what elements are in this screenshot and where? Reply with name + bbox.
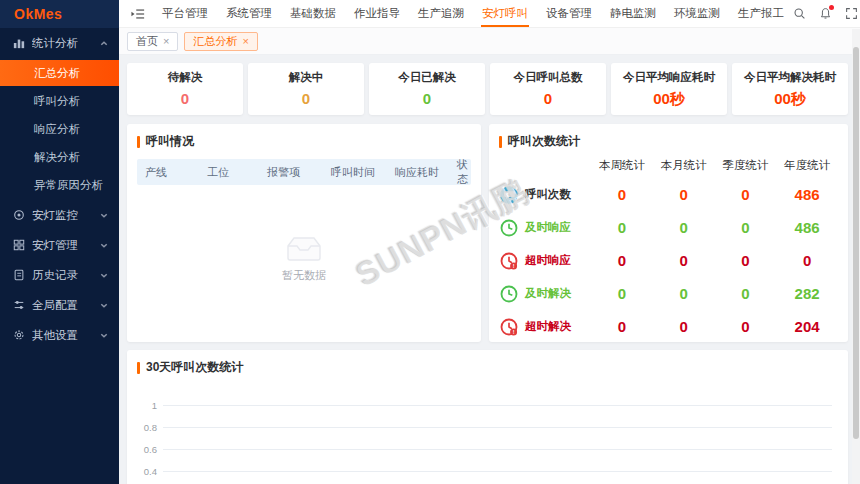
quarter-value: 0 bbox=[715, 186, 777, 203]
topnav-item-platform[interactable]: 平台管理 bbox=[153, 0, 217, 27]
chevron-down-icon bbox=[99, 211, 109, 220]
line-chart: 1 0.8 0.6 0.4 0.2 bbox=[137, 394, 838, 484]
gear-icon bbox=[12, 329, 26, 341]
call-count-icon bbox=[499, 185, 519, 205]
sidebar-group-label: 统计分析 bbox=[32, 36, 99, 51]
notification-dot bbox=[829, 5, 834, 10]
navbar-actions: 理员 bbox=[793, 4, 860, 24]
document-icon bbox=[12, 269, 26, 281]
stat-label: 今日平均响应耗时 bbox=[613, 70, 725, 85]
tab-close-icon[interactable]: × bbox=[163, 33, 169, 50]
stat-label: 解决中 bbox=[250, 70, 362, 85]
column-header: 状态 bbox=[449, 157, 471, 187]
panel-title: 呼叫次数统计 bbox=[499, 133, 838, 150]
tab-strip: 首页 × 汇总分析 × bbox=[119, 28, 860, 55]
topnav-item-work-guide[interactable]: 作业指导 bbox=[345, 0, 409, 27]
year-value: 486 bbox=[776, 186, 838, 203]
app-logo: OkMes bbox=[0, 0, 119, 28]
topnav-item-andon-call[interactable]: 安灯呼叫 bbox=[473, 0, 537, 27]
month-value: 0 bbox=[653, 186, 715, 203]
week-value: 0 bbox=[591, 285, 653, 302]
topnav-item-base-data[interactable]: 基础数据 bbox=[281, 0, 345, 27]
topnav-item-esd-monitor[interactable]: 静电监测 bbox=[601, 0, 665, 27]
column-header: 年度统计 bbox=[776, 158, 838, 173]
monitor-icon bbox=[12, 209, 26, 221]
row-label: 超时响应 bbox=[525, 253, 571, 268]
topnav-item-production-report[interactable]: 生产报工 bbox=[729, 0, 793, 27]
vertical-scrollbar[interactable] bbox=[852, 29, 860, 484]
sidebar-item-solve-analysis[interactable]: 解决分析 bbox=[0, 144, 119, 170]
column-header: 产线 bbox=[137, 165, 199, 180]
topnav-item-env-monitor[interactable]: 环境监测 bbox=[665, 0, 729, 27]
stat-value: 0 bbox=[129, 90, 241, 107]
sidebar-item-summary-analysis[interactable]: 汇总分析 bbox=[0, 60, 119, 86]
stat-card-total-calls-today: 今日呼叫总数 0 bbox=[490, 63, 606, 115]
year-value: 204 bbox=[776, 318, 838, 335]
sidebar-item-response-analysis[interactable]: 响应分析 bbox=[0, 116, 119, 142]
gridline bbox=[163, 427, 832, 428]
column-header: 响应耗时 bbox=[387, 165, 449, 180]
sidebar-group-label: 其他设置 bbox=[32, 328, 99, 343]
table-header-row: 产线 工位 报警项 呼叫时间 响应耗时 状态 bbox=[137, 159, 471, 185]
sidebar-group-global-config[interactable]: 全局配置 bbox=[0, 290, 119, 320]
page-content: 待解决 0 解决中 0 今日已解决 0 今日呼叫总数 0 今日平均响应耗时 00… bbox=[119, 55, 860, 484]
sidebar-group-label: 安灯管理 bbox=[32, 238, 99, 253]
month-value: 0 bbox=[653, 318, 715, 335]
sidebar-item-label: 异常原因分析 bbox=[34, 178, 103, 193]
tab-close-icon[interactable]: × bbox=[242, 33, 248, 50]
sidebar-group-other-settings[interactable]: 其他设置 bbox=[0, 320, 119, 350]
search-icon[interactable] bbox=[793, 7, 806, 20]
sidebar-group-andon-monitor[interactable]: 安灯监控 bbox=[0, 200, 119, 230]
stat-card-avg-solve-time: 今日平均解决耗时 00秒 bbox=[732, 63, 848, 115]
quarter-value: 0 bbox=[715, 219, 777, 236]
title-accent-bar bbox=[137, 136, 140, 148]
gridline bbox=[163, 405, 832, 406]
svg-text:!: ! bbox=[513, 329, 515, 335]
column-header: 报警项 bbox=[259, 165, 323, 180]
sidebar-group-history[interactable]: 历史记录 bbox=[0, 260, 119, 290]
notification-bell-icon[interactable] bbox=[819, 7, 832, 20]
tab-label: 汇总分析 bbox=[193, 33, 237, 50]
call-count-stats-panel: 呼叫次数统计 本周统计 本月统计 季度统计 年度统计 呼叫次数 0 0 0 bbox=[489, 124, 848, 342]
sidebar-item-label: 呼叫分析 bbox=[34, 94, 80, 109]
tab-summary-analysis[interactable]: 汇总分析 × bbox=[184, 32, 257, 51]
tab-home[interactable]: 首页 × bbox=[127, 32, 178, 51]
y-tick-label: 0.8 bbox=[137, 422, 163, 433]
sidebar-item-label: 响应分析 bbox=[34, 122, 80, 137]
menu-collapse-icon[interactable] bbox=[131, 7, 145, 21]
topnav-item-equipment[interactable]: 设备管理 bbox=[537, 0, 601, 27]
row-label: 及时响应 bbox=[525, 220, 571, 235]
stat-cards-row: 待解决 0 解决中 0 今日已解决 0 今日呼叫总数 0 今日平均响应耗时 00… bbox=[127, 63, 848, 115]
topnav-item-trace[interactable]: 生产追溯 bbox=[409, 0, 473, 27]
call-situation-panel: 呼叫情况 产线 工位 报警项 呼叫时间 响应耗时 状态 暂无数据 bbox=[127, 124, 481, 342]
stat-card-pending: 待解决 0 bbox=[127, 63, 243, 115]
topnav-item-system[interactable]: 系统管理 bbox=[217, 0, 281, 27]
empty-state: 暂无数据 bbox=[137, 185, 471, 333]
quarter-value: 0 bbox=[715, 252, 777, 269]
stats-row-timeout-response: ! 超时响应 0 0 0 0 bbox=[499, 244, 838, 277]
stat-value: 0 bbox=[371, 90, 483, 107]
panel-title: 30天呼叫次数统计 bbox=[137, 359, 838, 376]
timeout-response-icon: ! bbox=[499, 251, 519, 271]
gridline bbox=[163, 471, 832, 472]
row-label: 呼叫次数 bbox=[525, 187, 571, 202]
sidebar-item-abnormal-reason-analysis[interactable]: 异常原因分析 bbox=[0, 172, 119, 198]
empty-box-icon bbox=[284, 236, 324, 262]
week-value: 0 bbox=[591, 318, 653, 335]
week-value: 0 bbox=[591, 186, 653, 203]
stat-label: 待解决 bbox=[129, 70, 241, 85]
sidebar-group-statistics[interactable]: 统计分析 bbox=[0, 28, 119, 58]
top-menu: 平台管理 系统管理 基础数据 作业指导 生产追溯 安灯呼叫 设备管理 静电监测 … bbox=[153, 0, 793, 27]
row-label: 及时解决 bbox=[525, 286, 571, 301]
fullscreen-icon[interactable] bbox=[845, 7, 858, 20]
sidebar-group-label: 安灯监控 bbox=[32, 208, 99, 223]
month-value: 0 bbox=[653, 219, 715, 236]
sidebar-item-call-analysis[interactable]: 呼叫分析 bbox=[0, 88, 119, 114]
panel-title: 呼叫情况 bbox=[137, 133, 471, 150]
timeout-solve-icon: ! bbox=[499, 317, 519, 337]
scrollbar-thumb[interactable] bbox=[853, 47, 859, 439]
sidebar-group-andon-management[interactable]: 安灯管理 bbox=[0, 230, 119, 260]
svg-text:!: ! bbox=[513, 263, 515, 269]
stat-value: 00秒 bbox=[613, 90, 725, 109]
stat-value: 0 bbox=[250, 90, 362, 107]
